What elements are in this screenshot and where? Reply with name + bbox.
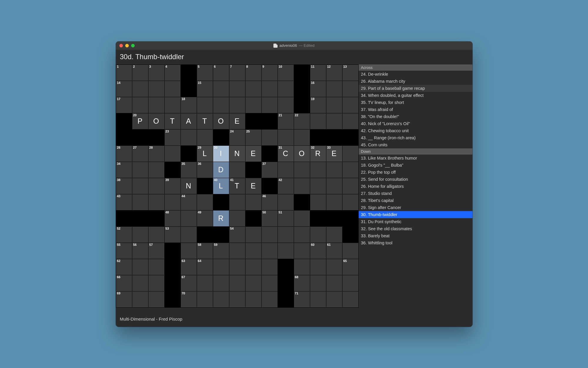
grid-cell[interactable] bbox=[326, 275, 343, 291]
grid-cell[interactable]: 51 bbox=[278, 210, 294, 227]
grid-cell[interactable]: 61 bbox=[326, 243, 343, 259]
grid-cell[interactable]: 8 bbox=[245, 65, 262, 81]
grid-cell[interactable] bbox=[262, 97, 278, 113]
grid-cell[interactable] bbox=[262, 259, 278, 275]
grid-cell[interactable] bbox=[294, 130, 310, 146]
grid-cell[interactable] bbox=[148, 259, 165, 275]
grid-cell[interactable] bbox=[343, 81, 359, 97]
grid-cell[interactable] bbox=[213, 81, 229, 97]
zoom-icon[interactable] bbox=[131, 44, 135, 47]
grid-cell[interactable]: 42 bbox=[278, 178, 294, 194]
grid-cell[interactable]: 35 bbox=[181, 162, 197, 178]
grid-cell[interactable] bbox=[326, 227, 343, 243]
grid-cell[interactable]: E bbox=[245, 146, 262, 162]
grid-cell[interactable] bbox=[262, 130, 278, 146]
clue-item[interactable]: 18. Gogol's "__ Bulba" bbox=[359, 162, 472, 169]
grid-cell[interactable] bbox=[229, 275, 245, 291]
grid-cell[interactable]: 29L bbox=[197, 146, 213, 162]
grid-cell[interactable]: 16 bbox=[310, 81, 326, 97]
grid-cell[interactable] bbox=[278, 243, 294, 259]
grid-cell[interactable] bbox=[326, 97, 343, 113]
clue-item[interactable]: 24. De-wrinkle bbox=[359, 71, 472, 78]
clue-item[interactable]: 29. Sign after Cancer bbox=[359, 204, 472, 211]
clue-item[interactable]: 40. Nick of "Lorenzo's Oil" bbox=[359, 120, 472, 127]
grid-cell[interactable]: 14 bbox=[116, 81, 132, 97]
grid-cell[interactable]: 7 bbox=[229, 65, 245, 81]
grid-cell[interactable]: 13 bbox=[343, 65, 359, 81]
grid-cell[interactable] bbox=[181, 227, 197, 243]
grid-cell[interactable]: 26 bbox=[116, 146, 132, 162]
grid-cell[interactable] bbox=[310, 194, 326, 210]
grid-cell[interactable] bbox=[245, 227, 262, 243]
clue-item[interactable]: 33. Barely beat bbox=[359, 232, 472, 239]
grid-cell[interactable]: 38 bbox=[116, 178, 132, 194]
grid-cell[interactable] bbox=[326, 259, 343, 275]
grid-cell[interactable] bbox=[197, 130, 213, 146]
grid-cell[interactable]: O bbox=[213, 113, 229, 130]
close-icon[interactable] bbox=[119, 44, 123, 47]
grid-cell[interactable] bbox=[310, 259, 326, 275]
grid-cell[interactable] bbox=[310, 227, 326, 243]
grid-cell[interactable] bbox=[343, 178, 359, 194]
grid-cell[interactable] bbox=[294, 162, 310, 178]
grid-cell[interactable]: 12 bbox=[326, 65, 343, 81]
grid-cell[interactable] bbox=[229, 194, 245, 210]
grid-cell[interactable] bbox=[343, 97, 359, 113]
grid-cell[interactable] bbox=[165, 81, 181, 97]
grid-cell[interactable]: 30I bbox=[213, 146, 229, 162]
clue-item[interactable]: 26. Alabama march city bbox=[359, 78, 472, 85]
grid-cell[interactable] bbox=[245, 194, 262, 210]
grid-cell[interactable] bbox=[245, 243, 262, 259]
grid-cell[interactable] bbox=[229, 210, 245, 227]
clue-item[interactable]: 45. Corn units bbox=[359, 141, 472, 148]
grid-cell[interactable]: O bbox=[148, 113, 165, 130]
grid-cell[interactable]: 71 bbox=[294, 291, 310, 308]
grid-cell[interactable]: 40L bbox=[213, 178, 229, 194]
grid-cell[interactable] bbox=[132, 275, 148, 291]
clue-item[interactable]: 36. Whittling tool bbox=[359, 239, 472, 246]
grid-cell[interactable] bbox=[148, 194, 165, 210]
grid-cell[interactable] bbox=[262, 291, 278, 308]
grid-cell[interactable] bbox=[262, 243, 278, 259]
grid-cell[interactable] bbox=[326, 194, 343, 210]
grid-cell[interactable]: A bbox=[181, 113, 197, 130]
grid-cell[interactable]: 68 bbox=[294, 275, 310, 291]
grid-cell[interactable] bbox=[229, 243, 245, 259]
grid-cell[interactable] bbox=[310, 113, 326, 130]
grid-cell[interactable] bbox=[245, 275, 262, 291]
grid-cell[interactable]: T bbox=[197, 113, 213, 130]
clue-item[interactable]: 13. Like Marx Brothers humor bbox=[359, 155, 472, 162]
grid-cell[interactable] bbox=[326, 178, 343, 194]
grid-cell[interactable] bbox=[294, 259, 310, 275]
grid-cell[interactable] bbox=[294, 210, 310, 227]
grid-cell[interactable] bbox=[165, 194, 181, 210]
grid-cell[interactable] bbox=[262, 275, 278, 291]
grid-cell[interactable] bbox=[132, 97, 148, 113]
grid-cell[interactable]: 20P bbox=[132, 113, 148, 130]
grid-cell[interactable]: 52 bbox=[116, 227, 132, 243]
grid-cell[interactable]: 65 bbox=[343, 259, 359, 275]
grid-cell[interactable] bbox=[245, 291, 262, 308]
grid-cell[interactable]: 32R bbox=[310, 146, 326, 162]
grid-cell[interactable] bbox=[213, 291, 229, 308]
grid-cell[interactable] bbox=[310, 162, 326, 178]
clue-item[interactable]: 27. Studio stand bbox=[359, 190, 472, 197]
clue-item[interactable]: 29. Part of a baseball game recap bbox=[359, 85, 472, 92]
grid-cell[interactable] bbox=[132, 194, 148, 210]
grid-cell[interactable] bbox=[326, 291, 343, 308]
grid-cell[interactable]: T bbox=[165, 113, 181, 130]
grid-cell[interactable]: 64 bbox=[197, 259, 213, 275]
grid-cell[interactable]: 21 bbox=[278, 113, 294, 130]
grid-cell[interactable]: R bbox=[213, 210, 229, 227]
grid-cell[interactable]: 1 bbox=[116, 65, 132, 81]
grid-cell[interactable] bbox=[343, 113, 359, 130]
grid-cell[interactable]: 10 bbox=[278, 65, 294, 81]
grid-cell[interactable] bbox=[165, 97, 181, 113]
grid-cell[interactable] bbox=[181, 243, 197, 259]
grid-cell[interactable] bbox=[132, 178, 148, 194]
grid-cell[interactable]: 57 bbox=[148, 243, 165, 259]
grid-cell[interactable]: 54 bbox=[229, 227, 245, 243]
grid-cell[interactable]: 50 bbox=[262, 210, 278, 227]
grid-cell[interactable] bbox=[343, 194, 359, 210]
grid-cell[interactable]: 5 bbox=[197, 65, 213, 81]
